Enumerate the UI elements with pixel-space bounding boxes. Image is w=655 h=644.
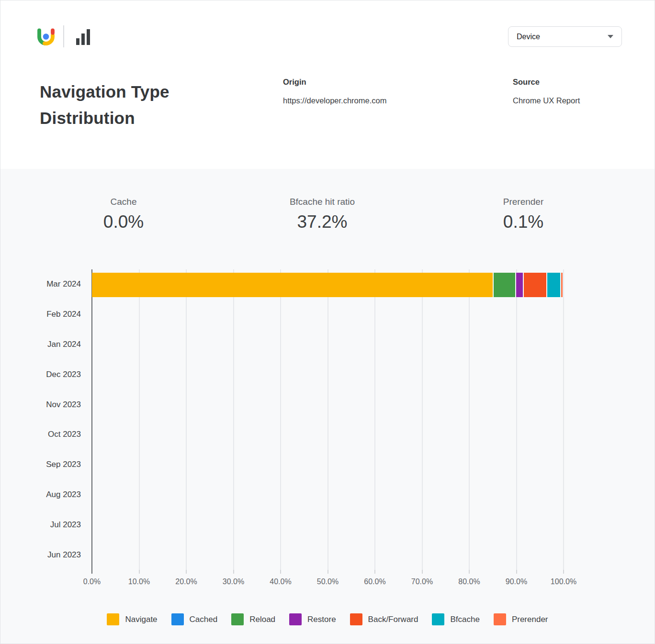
origin-label: Origin: [283, 78, 386, 87]
gridline: [469, 269, 470, 570]
gridline: [186, 269, 187, 570]
y-axis-label: Oct 2023: [9, 430, 81, 439]
crux-dashboard-page: Device Navigation Type Distribution Orig…: [0, 0, 655, 644]
gridline: [374, 269, 375, 570]
axis-tick: [469, 570, 470, 574]
gridline: [422, 269, 423, 570]
x-axis-label: 50.0%: [317, 577, 339, 586]
legend-swatch: [289, 613, 302, 625]
source-value: Chrome UX Report: [513, 96, 580, 105]
origin-meta: Origin https://developer.chrome.com: [283, 78, 386, 105]
axis-tick: [280, 570, 281, 574]
y-axis-label: Feb 2024: [9, 310, 81, 319]
kpi-bfcache-hit-ratio: Bfcache hit ratio 37.2%: [290, 197, 355, 232]
kpi-prerender-label: Prerender: [503, 197, 544, 207]
axis-tick: [328, 570, 328, 574]
x-axis-label: 40.0%: [270, 577, 291, 586]
legend-label: Prerender: [512, 615, 548, 624]
gridline: [233, 269, 234, 570]
gridline: [280, 269, 281, 570]
axis-tick: [139, 570, 140, 574]
bar-segment-reload[interactable]: [494, 273, 515, 297]
bar-segment-navigate[interactable]: [92, 273, 493, 297]
legend-label: Bfcache: [450, 615, 479, 624]
axis-tick: [422, 570, 423, 574]
chevron-down-icon: [608, 35, 613, 38]
legend-swatch: [350, 613, 362, 625]
gridline: [328, 269, 328, 570]
axis-tick: [516, 570, 517, 574]
legend-item-reload: Reload: [231, 613, 275, 625]
y-axis-label: Dec 2023: [9, 370, 81, 379]
kpi-prerender-value: 0.1%: [503, 212, 544, 232]
gridline: [139, 269, 140, 570]
kpi-cache: Cache 0.0%: [103, 197, 144, 232]
y-axis-label: Mar 2024: [9, 279, 81, 289]
legend-swatch: [432, 613, 444, 625]
legend-item-back-forward: Back/Forward: [350, 613, 418, 625]
bar-segment-bfcache[interactable]: [547, 273, 560, 297]
source-label: Source: [513, 78, 580, 87]
legend-item-restore: Restore: [289, 613, 336, 625]
legend-label: Cached: [190, 615, 218, 624]
device-dropdown[interactable]: Device: [508, 26, 622, 47]
x-axis-label: 0.0%: [83, 577, 101, 586]
chart-legend: NavigateCachedReloadRestoreBack/ForwardB…: [0, 613, 655, 625]
y-axis-line: [91, 269, 92, 570]
legend-item-cached: Cached: [171, 613, 218, 625]
x-axis-label: 10.0%: [128, 577, 150, 586]
legend-label: Reload: [249, 615, 275, 624]
x-axis-label: 60.0%: [364, 577, 385, 586]
x-axis-label: 20.0%: [175, 577, 197, 586]
x-axis-label: 90.0%: [506, 577, 527, 586]
kpi-cache-value: 0.0%: [103, 212, 144, 232]
brand-divider: [63, 25, 64, 47]
x-axis-label: 70.0%: [411, 577, 433, 586]
legend-swatch: [231, 613, 244, 625]
bar-segment-restore[interactable]: [516, 273, 523, 297]
x-axis-label: 100.0%: [551, 577, 576, 586]
legend-swatch: [107, 613, 119, 625]
legend-item-bfcache: Bfcache: [432, 613, 479, 625]
legend-item-navigate: Navigate: [107, 613, 157, 625]
axis-tick: [233, 570, 234, 574]
gridline: [563, 269, 564, 570]
kpi-cache-label: Cache: [103, 197, 144, 207]
chart-row: Mar 2024: [92, 269, 564, 300]
x-axis-label: 80.0%: [458, 577, 480, 586]
stacked-bar: [92, 273, 564, 297]
bar-segment-back-forward[interactable]: [524, 273, 546, 297]
page-title: Navigation Type Distribution: [40, 78, 231, 131]
legend-label: Navigate: [125, 615, 157, 624]
y-axis-label: Jun 2023: [9, 550, 81, 560]
legend-label: Restore: [307, 615, 336, 624]
kpi-bfcache-value: 37.2%: [290, 212, 355, 232]
kpi-bfcache-label: Bfcache hit ratio: [290, 197, 355, 207]
kpi-prerender: Prerender 0.1%: [503, 197, 544, 232]
legend-item-prerender: Prerender: [494, 613, 548, 625]
x-axis-label: 30.0%: [223, 577, 244, 586]
axis-tick: [563, 570, 564, 574]
bar-chart-icon: [76, 29, 90, 45]
legend-label: Back/Forward: [368, 615, 418, 624]
y-axis-label: Aug 2023: [9, 490, 81, 500]
crux-logo[interactable]: [36, 27, 56, 47]
axis-tick: [186, 570, 187, 574]
bar-segment-prerender[interactable]: [561, 273, 563, 297]
origin-value: https://developer.chrome.com: [283, 96, 386, 105]
source-meta: Source Chrome UX Report: [513, 78, 580, 105]
y-axis-label: Jan 2024: [9, 340, 81, 349]
crux-logo-icon: [36, 27, 56, 47]
axis-tick: [91, 570, 92, 574]
y-axis-label: Sep 2023: [9, 460, 81, 469]
gridline: [516, 269, 517, 570]
y-axis-label: Jul 2023: [9, 520, 81, 530]
legend-swatch: [171, 613, 184, 625]
plot-area: Mar 2024Feb 2024Jan 2024Dec 2023Nov 2023…: [92, 269, 564, 570]
axis-tick: [374, 570, 375, 574]
device-dropdown-label: Device: [517, 33, 540, 41]
legend-swatch: [494, 613, 506, 625]
y-axis-label: Nov 2023: [9, 400, 81, 410]
